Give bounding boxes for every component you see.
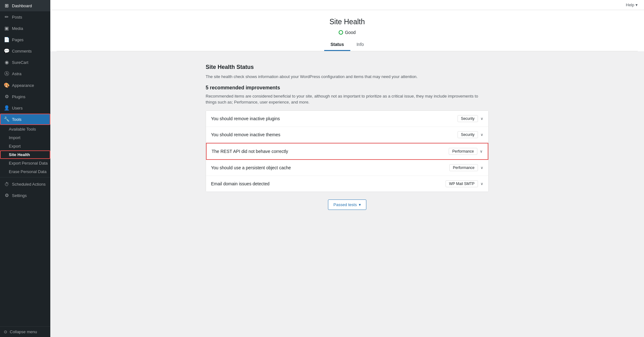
status-label: Good <box>345 30 356 35</box>
chevron-down-icon[interactable]: ∨ <box>480 132 483 137</box>
sidebar-item-surecart[interactable]: ◉ SureCart <box>0 57 50 68</box>
passed-tests-container: Passed tests ▾ <box>206 199 489 210</box>
check-item-email-domain[interactable]: Email domain issues detected WP Mail SMT… <box>206 176 488 192</box>
sidebar-divider <box>0 177 50 177</box>
check-item-label: You should remove inactive plugins <box>211 116 280 121</box>
chevron-down-icon[interactable]: ∨ <box>480 149 483 154</box>
astra-icon: Ⓐ <box>4 71 9 77</box>
check-item-right: Performance ∨ <box>449 164 483 171</box>
media-icon: ▣ <box>4 25 9 31</box>
check-badge-performance: Performance <box>449 164 478 171</box>
settings-icon: ⚙ <box>4 193 9 198</box>
tab-info[interactable]: Info <box>350 39 370 51</box>
check-item-right: Security ∨ <box>458 115 483 122</box>
users-icon: 👤 <box>4 105 9 111</box>
improvements-title: 5 recommended improvements <box>206 85 489 91</box>
pages-icon: 📄 <box>4 37 9 42</box>
sidebar-item-label: Dashboard <box>12 3 32 8</box>
sidebar-item-users[interactable]: 👤 Users <box>0 102 50 114</box>
tools-icon: 🔧 <box>4 116 9 122</box>
check-item-object-cache[interactable]: You should use a persistent object cache… <box>206 160 488 176</box>
check-list: You should remove inactive plugins Secur… <box>206 110 489 192</box>
sidebar-item-astra[interactable]: Ⓐ Astra <box>0 68 50 80</box>
check-item-label: You should use a persistent object cache <box>211 165 291 170</box>
check-item-label: Email domain issues detected <box>211 181 269 186</box>
status-circle <box>339 30 343 35</box>
check-badge-security: Security <box>458 115 478 122</box>
tools-submenu: Available Tools Import Export Site Healt… <box>0 125 50 176</box>
passed-tests-button[interactable]: Passed tests ▾ <box>328 199 366 210</box>
check-item-right: WP Mail SMTP ∨ <box>446 180 483 187</box>
chevron-down-icon[interactable]: ∨ <box>480 182 483 186</box>
check-item-label: The REST API did not behave correctly <box>212 149 288 154</box>
sidebar-item-media[interactable]: ▣ Media <box>0 23 50 34</box>
sidebar-item-scheduled-actions[interactable]: ⏱ Scheduled Actions <box>0 179 50 190</box>
tabs: Status Info <box>57 39 638 51</box>
page-title: Site Health <box>57 18 638 26</box>
help-label: Help <box>626 3 634 7</box>
sidebar-subitem-export[interactable]: Export <box>0 142 50 150</box>
help-button[interactable]: Help ▾ <box>626 3 638 7</box>
help-chevron: ▾ <box>636 3 638 7</box>
sidebar-subitem-erase-personal-data[interactable]: Erase Personal Data <box>0 167 50 176</box>
sidebar-item-comments[interactable]: 💬 Comments <box>0 45 50 57</box>
check-badge-wp-mail-smtp: WP Mail SMTP <box>446 180 478 187</box>
content-area: Site Health Status The site health check… <box>50 51 644 337</box>
sidebar-item-tools[interactable]: 🔧 Tools <box>0 114 50 125</box>
sidebar-item-plugins[interactable]: ⚙ Plugins <box>0 91 50 102</box>
section-title: Site Health Status <box>206 64 489 70</box>
content-body: Site Health Status The site health check… <box>206 58 489 216</box>
chevron-down-icon[interactable]: ∨ <box>480 116 483 121</box>
page-header: Site Health Good Status Info <box>50 10 644 51</box>
status-indicator: Good <box>57 30 638 35</box>
chevron-down-icon[interactable]: ∨ <box>480 166 483 170</box>
collapse-icon: ⊙ <box>4 329 7 334</box>
dashboard-icon: ⊞ <box>4 3 9 8</box>
comments-icon: 💬 <box>4 48 9 54</box>
sidebar-item-settings[interactable]: ⚙ Settings <box>0 190 50 201</box>
check-item-rest-api[interactable]: The REST API did not behave correctly Pe… <box>206 143 488 160</box>
tab-status[interactable]: Status <box>324 39 350 51</box>
section-desc: The site health check shows information … <box>206 74 489 80</box>
plugins-icon: ⚙ <box>4 94 9 99</box>
surecart-icon: ◉ <box>4 59 9 65</box>
passed-tests-chevron: ▾ <box>359 202 361 207</box>
main-content: Help ▾ Site Health Good Status Info Site… <box>50 0 644 337</box>
topbar: Help ▾ <box>50 0 644 10</box>
sidebar-item-pages[interactable]: 📄 Pages <box>0 34 50 45</box>
check-item-rest-api-wrapper: The REST API did not behave correctly Pe… <box>206 143 488 160</box>
check-badge-security: Security <box>458 131 478 138</box>
sidebar-item-posts[interactable]: ✏ Posts <box>0 11 50 23</box>
appearance-icon: 🎨 <box>4 82 9 88</box>
sidebar-item-dashboard[interactable]: ⊞ Dashboard <box>0 0 50 11</box>
sidebar-subitem-import[interactable]: Import <box>0 133 50 142</box>
check-badge-performance: Performance <box>449 148 477 155</box>
sidebar: ⊞ Dashboard ✏ Posts ▣ Media 📄 Pages 💬 Co… <box>0 0 50 337</box>
improvements-desc: Recommended items are considered benefic… <box>206 93 489 105</box>
sidebar-subitem-site-health[interactable]: Site Health <box>0 150 50 159</box>
check-item-inactive-plugins[interactable]: You should remove inactive plugins Secur… <box>206 111 488 127</box>
collapse-menu-button[interactable]: ⊙ Collapse menu <box>0 326 50 337</box>
scheduled-actions-icon: ⏱ <box>4 182 9 187</box>
sidebar-subitem-available-tools[interactable]: Available Tools <box>0 125 50 133</box>
check-item-label: You should remove inactive themes <box>211 132 280 137</box>
sidebar-subitem-export-personal-data[interactable]: Export Personal Data <box>0 159 50 167</box>
check-item-right: Security ∨ <box>458 131 483 138</box>
posts-icon: ✏ <box>4 14 9 20</box>
check-item-right: Performance ∨ <box>449 148 483 155</box>
sidebar-item-appearance[interactable]: 🎨 Appearance <box>0 80 50 91</box>
passed-tests-label: Passed tests <box>333 202 357 207</box>
check-item-inactive-themes[interactable]: You should remove inactive themes Securi… <box>206 127 488 143</box>
